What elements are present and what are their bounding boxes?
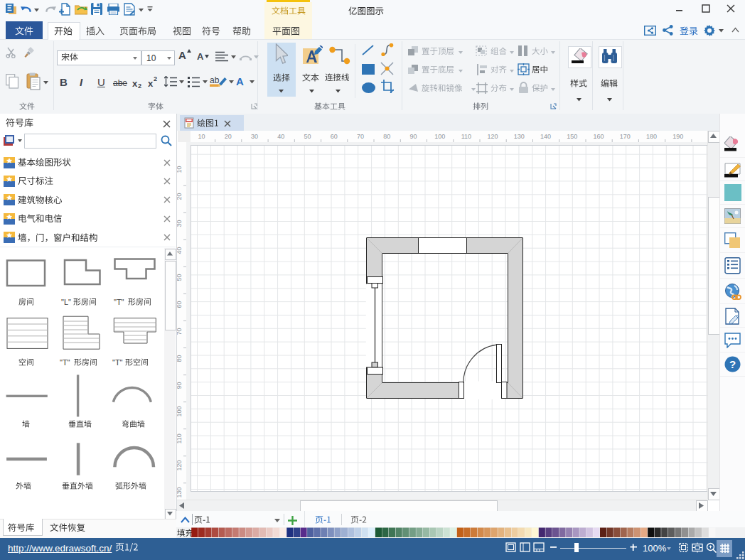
- svg-text:?: ?: [729, 358, 736, 370]
- svg-text:ab: ab: [210, 75, 220, 85]
